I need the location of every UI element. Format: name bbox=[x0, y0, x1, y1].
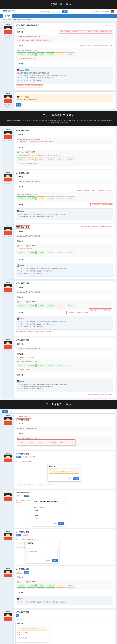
forum-header: DISCUZ!应用中心 搜索 帖子 | 门户 | 设置 | 消息 | 提醒 | … bbox=[0, 9, 117, 14]
confirm-button[interactable]: 确定 bbox=[58, 522, 64, 525]
op-post-accept: admin 帖子标题帖子标题 接手工单 派发工单 关闭工单 接工单：工程师点击接… bbox=[2, 451, 115, 489]
step: 工程师处理 bbox=[46, 304, 55, 308]
assign-modal: 工单：工程师信息及核心工单派发展示× 工程师 admin test01 test… bbox=[32, 499, 66, 526]
star-icon[interactable]: ★★★★★ bbox=[24, 632, 29, 633]
step: 工单回复 bbox=[56, 251, 65, 254]
content-label: 工单内容 bbox=[15, 176, 24, 178]
reply-name[interactable]: admin bbox=[20, 318, 24, 320]
accept-ticket-button[interactable]: 接手工单 bbox=[15, 494, 23, 497]
reply-modal: 回复工单× 回复: 取消 确定 bbox=[26, 541, 59, 563]
reply-ticket-button[interactable]: 回复工单 bbox=[15, 571, 23, 574]
reply-textarea[interactable] bbox=[27, 550, 58, 556]
close-icon[interactable]: × bbox=[47, 622, 47, 624]
username[interactable]: admin bbox=[3, 415, 12, 416]
close-ticket-button[interactable]: 关闭工单 bbox=[24, 571, 29, 574]
username[interactable]: admin bbox=[3, 282, 12, 283]
annotation: 工单进度实时显示工单的实际的进度状态 bbox=[90, 204, 113, 206]
close-icon[interactable]: × bbox=[79, 466, 79, 468]
close-ticket-button[interactable]: 关闭工单 bbox=[22, 534, 29, 536]
content-label: 工单内容 bbox=[15, 30, 24, 34]
step: 工单提交 bbox=[17, 251, 26, 254]
detail-label: 工单详情 bbox=[15, 374, 24, 376]
reply-name[interactable]: admin bbox=[20, 598, 24, 600]
reply-avatar-icon bbox=[17, 96, 19, 98]
reply-button[interactable]: 回复 bbox=[15, 104, 21, 106]
confirm-button[interactable]: 确定 bbox=[52, 559, 58, 562]
username[interactable]: admin bbox=[3, 172, 12, 173]
reply-name[interactable]: admin bbox=[20, 96, 24, 98]
tab-all[interactable]: 全部 bbox=[2, 410, 8, 413]
confirm-button[interactable]: 确定 bbox=[73, 477, 79, 480]
breadcrumb[interactable]: 论坛 › 默认版块 › 帖子标题帖子标题帖子标题帖子 bbox=[0, 18, 117, 21]
engineer-item[interactable]: engineer_a bbox=[34, 517, 64, 519]
annotation: 用工单管理员回访工单发起者确认问题是否解决 bbox=[87, 393, 113, 396]
tab-reply[interactable]: 回复 bbox=[8, 410, 14, 413]
annotation: 自动识别发起者的站点UID给发帖工程帖打标帜以便版主识别处理 bbox=[17, 39, 112, 42]
username[interactable]: admin bbox=[3, 225, 12, 226]
step: 工单派发 bbox=[35, 483, 44, 486]
assign-ticket-button[interactable]: 派发工单 bbox=[24, 494, 29, 497]
avatar-icon bbox=[4, 613, 12, 621]
visit-button[interactable]: 回访 bbox=[15, 614, 19, 616]
search-bar: 搜索 bbox=[39, 10, 68, 12]
avatar-icon[interactable] bbox=[4, 26, 12, 34]
reply-name[interactable]: admin bbox=[20, 70, 24, 71]
engineer-item[interactable]: admin bbox=[34, 510, 64, 512]
user-meta: 帖子 1489903 bbox=[3, 350, 12, 351]
step: 工程师接手 bbox=[27, 158, 36, 161]
step: 工单提交 bbox=[15, 542, 24, 545]
username[interactable]: admin bbox=[3, 24, 12, 25]
status-text: 发起者：admin 发起时间：17:00:05 bbox=[17, 193, 112, 196]
accept-ticket-button[interactable]: 接手工单 bbox=[15, 456, 21, 458]
reply-name[interactable]: admin bbox=[20, 210, 24, 212]
username[interactable]: admin bbox=[3, 491, 12, 493]
badge-icon bbox=[5, 106, 7, 107]
step: 工单关闭 bbox=[66, 251, 75, 254]
badge-icon bbox=[7, 106, 8, 107]
annotation: 工单评价展示位 bbox=[15, 618, 113, 621]
search-input[interactable] bbox=[39, 10, 62, 12]
comment-textarea[interactable] bbox=[17, 636, 47, 642]
username[interactable]: admin bbox=[3, 93, 12, 94]
step: 工单提交 bbox=[17, 584, 26, 588]
nav-forum-home[interactable]: 论坛首页 bbox=[2, 14, 12, 18]
cancel-button[interactable]: 取消 bbox=[45, 559, 51, 562]
avatar-icon bbox=[4, 341, 12, 349]
username[interactable]: admin bbox=[3, 530, 12, 532]
username[interactable]: admin bbox=[3, 611, 12, 612]
close-icon[interactable]: × bbox=[57, 542, 58, 544]
annotation: 工程师仅查看到工单详情，会自动该工单的权限及可以操作此工单 bbox=[78, 44, 113, 47]
user-links[interactable]: 帖子 | 门户 | 设置 | 消息 | 提醒 | 退出 bbox=[92, 10, 110, 12]
reply-name[interactable]: admin bbox=[20, 265, 24, 266]
search-button[interactable]: 搜索 bbox=[62, 10, 68, 12]
progress-label: 工单进度 bbox=[15, 576, 24, 579]
username[interactable]: admin bbox=[3, 452, 12, 454]
assign-ticket-button[interactable]: 派发工单 bbox=[22, 456, 29, 458]
engineer-item[interactable]: test01 bbox=[34, 512, 64, 514]
user-posts: 帖子 1489903 bbox=[3, 35, 12, 36]
engineer-item[interactable]: test02 bbox=[34, 514, 64, 517]
detail-label: 工单详情 bbox=[15, 258, 24, 261]
reply-name[interactable]: admin bbox=[20, 380, 24, 382]
step: 工单派发 bbox=[36, 304, 45, 308]
close-ticket-button[interactable]: 关闭工单 bbox=[30, 456, 38, 458]
post-title: 帖子标题帖子标题 bbox=[15, 492, 113, 494]
progress-label: 工单进度 bbox=[15, 44, 24, 47]
section-1-header: 一、完整工单UI展示 bbox=[0, 0, 117, 9]
user-avatar-icon[interactable] bbox=[111, 10, 115, 13]
engineer-search-input[interactable] bbox=[39, 506, 64, 509]
username[interactable]: admin bbox=[3, 568, 12, 569]
flow-post-2: admin帖子 1489903 帖子标题帖子标题 工单内容 帖子内容，此为工单帖… bbox=[2, 170, 115, 223]
username[interactable]: admin bbox=[3, 339, 12, 340]
username[interactable]: admin bbox=[3, 129, 12, 130]
cancel-button[interactable]: 取消 bbox=[52, 522, 58, 525]
annotation: 此工单已完成，等待回访 bbox=[17, 368, 112, 371]
avatar-icon[interactable] bbox=[4, 95, 12, 103]
close-icon[interactable]: × bbox=[63, 500, 64, 502]
flow-post-5: admin帖子 1489903 帖子标题帖子标题 工单内容帖子内容，此为工单帖的… bbox=[2, 337, 115, 398]
op-post-visit: admin 帖子标题帖子标题 回访 工单评价展示位 回访工单× 关闭后此工单将标… bbox=[2, 609, 115, 644]
cancel-button[interactable]: 取消 bbox=[67, 477, 73, 480]
step: 工程师接手 bbox=[27, 196, 36, 200]
reply-ticket-button[interactable]: 回复工单 bbox=[15, 534, 21, 536]
step: 工单提交 bbox=[17, 364, 26, 367]
